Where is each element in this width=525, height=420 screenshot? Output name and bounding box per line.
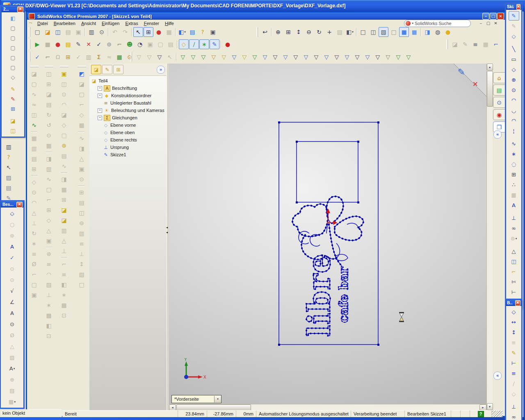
filter-axes-icon[interactable]: ▽ — [229, 52, 239, 62]
view-left-icon[interactable]: ▢ — [8, 43, 18, 52]
print-icon[interactable]: ▥ — [87, 27, 96, 37]
spell-check-icon[interactable]: ✓ — [7, 253, 18, 262]
perimeter-circle-icon[interactable]: ⊙ — [509, 85, 519, 95]
table-tool-3-icon[interactable]: ▤ — [29, 154, 39, 164]
tree-item-konstruktionsordner[interactable]: +◆Konstruktionsordner — [89, 92, 167, 99]
new-macro-icon[interactable]: ▤ — [63, 39, 73, 49]
menu-bearbeiten[interactable]: Bearbeiten — [51, 21, 78, 26]
three-point-arc-icon[interactable]: ◠ — [509, 116, 519, 126]
filter-center-marks-icon[interactable]: ▽ — [281, 52, 290, 62]
filter-surface-bodies-icon[interactable]: ▽ — [209, 52, 219, 62]
wireframe-icon[interactable]: □ — [358, 27, 368, 37]
left3-tool-13-icon[interactable]: △ — [59, 236, 69, 246]
left4-tool-8-icon[interactable]: △ — [77, 154, 87, 164]
filter-balloons-icon[interactable]: ▽ — [332, 52, 342, 62]
linear-sketch-pattern-icon[interactable]: ⊞ — [509, 170, 519, 179]
compass-icon[interactable]: ◔ — [135, 39, 145, 49]
views-palette-titlebar[interactable]: 2... ✕ — [2, 6, 24, 12]
left4-tool-12-icon[interactable]: ▤ — [77, 198, 87, 208]
open-document-icon[interactable]: ◪ — [43, 27, 52, 37]
extend-entities-icon[interactable]: ⊢ — [509, 288, 519, 297]
filter-surface-finish-icon[interactable]: ▽ — [373, 52, 383, 62]
find-1-icon[interactable]: ⊙ — [7, 264, 18, 274]
taskpane-solidworks-forum-icon[interactable]: ◉ — [493, 109, 505, 120]
shadeless-icon[interactable]: □ — [389, 27, 399, 37]
section-view-icon[interactable]: ◨ — [422, 27, 432, 37]
splitter-arrow-icon[interactable]: ◂ — [166, 226, 168, 229]
tree-item-teil4[interactable]: ◪Teil4 — [89, 77, 167, 84]
chamfer-dimension-icon[interactable]: ∕ — [509, 379, 519, 388]
left2-tool-26-icon[interactable]: ⊡ — [44, 331, 54, 341]
close-icon[interactable]: ✕ — [516, 4, 520, 10]
left4-tool-20-icon[interactable]: □ — [77, 280, 87, 290]
shaded-icon[interactable]: ■ — [409, 27, 419, 37]
dimensions-palette-titlebar[interactable]: B... ✕ — [506, 300, 521, 306]
viewer-print-icon[interactable]: ▥ — [4, 142, 14, 152]
left1-tool-3-icon[interactable]: ◠ — [29, 198, 39, 208]
box-select-icon[interactable]: ⊞ — [144, 27, 153, 37]
left3-tool-3-icon[interactable]: ◠ — [59, 100, 69, 110]
filter-faces-icon[interactable]: ▽ — [199, 52, 208, 62]
zoom-in-out-icon[interactable]: ↕ — [294, 27, 304, 37]
check-entity-icon[interactable]: ✓ — [73, 52, 83, 62]
scroll-right-icon[interactable]: ► — [479, 404, 486, 410]
filter-centerlines-icon[interactable]: ▽ — [291, 52, 301, 62]
filter-datums-icon[interactable]: ▽ — [342, 52, 352, 62]
left3-tool-10-icon[interactable]: ▦ — [59, 185, 69, 194]
left2-tool-8-icon[interactable]: ▦ — [44, 141, 54, 151]
annotations-palette-titlebar[interactable]: Bes... ✕ — [1, 201, 23, 208]
appearance-icon[interactable]: ◧▾ — [177, 27, 187, 37]
equations-icon[interactable]: Σ — [94, 52, 104, 62]
window-close-icon[interactable]: ✕ — [497, 13, 504, 20]
sketch-canvas[interactable]: libre libre cafe bar cafe bar — [169, 64, 486, 410]
left4-tool-2-icon[interactable]: ▢ — [77, 89, 87, 99]
left2-tool-3-icon[interactable]: ◪ — [44, 89, 54, 99]
left3-tool-5-icon[interactable]: ◇ — [59, 120, 69, 130]
configurationmanager-tab-icon[interactable]: ⊞ — [113, 65, 123, 74]
check-sketch-icon[interactable]: ✓ — [94, 39, 104, 49]
left3-tool-19-icon[interactable]: ▩ — [59, 300, 69, 310]
circular-sketch-pattern-icon[interactable]: ∴ — [509, 180, 519, 189]
left1-tool-5-icon[interactable]: ⊥ — [29, 218, 39, 228]
taskpane-design-library-icon[interactable]: ▤ — [493, 84, 505, 96]
statistics-icon[interactable]: ▥ — [84, 52, 94, 62]
left4-tool-11-icon[interactable]: ⊞ — [77, 187, 87, 197]
sketch-palette-titlebar[interactable]: Skiz... ✕ — [506, 4, 521, 10]
filter-cosmetic-threads-icon[interactable]: ▽ — [383, 52, 393, 62]
revision-symbol-icon[interactable]: △ — [7, 342, 18, 351]
rotate-view-icon[interactable]: ↻ — [314, 27, 324, 37]
sketch-text[interactable]: libre libre cafe bar cafe bar — [301, 253, 351, 337]
run-macro-icon[interactable]: ▶ — [32, 39, 42, 49]
filter-weld-symbols-icon[interactable]: ▽ — [352, 52, 362, 62]
tree-item-unlegierter-baustahl[interactable]: ≡Unlegierter Baustahl — [89, 99, 167, 107]
deviation-analysis-icon[interactable]: ≈ — [104, 52, 114, 62]
taskpane-resources-icon[interactable]: ⌂ — [493, 72, 505, 83]
move-entities-icon[interactable]: ⊞ — [8, 104, 18, 114]
search-input[interactable]: SolidWorks Suche — [415, 21, 467, 26]
filter-dimensions-icon[interactable]: ▽ — [301, 52, 311, 62]
make-assembly-icon[interactable]: ▣ — [73, 27, 83, 37]
left2-tool-15-icon[interactable]: ◇ — [44, 215, 54, 225]
view-right-icon[interactable]: ▢ — [8, 53, 18, 62]
3d-sketch-icon[interactable]: ✎ — [509, 21, 519, 31]
menu-einfgen[interactable]: Einfügen — [99, 21, 122, 26]
left4-tool-14-icon[interactable]: ⊚ — [77, 218, 87, 228]
left2-tool-24-icon[interactable]: ▩ — [44, 310, 54, 320]
left4-tool-7-icon[interactable]: ◨ — [77, 144, 87, 153]
measure-icon[interactable]: ⌐ — [43, 52, 52, 62]
rebuild-icon[interactable]: ● — [154, 27, 164, 37]
propertymanager-tab-icon[interactable]: ✎ — [102, 65, 112, 74]
left3-tool-1-icon[interactable]: ◫ — [59, 79, 69, 89]
weld-bead-icon[interactable]: ▤ — [7, 386, 18, 395]
annotation-text-icon[interactable]: A — [7, 242, 18, 251]
close-icon[interactable]: ✕ — [16, 202, 23, 208]
section-properties-icon[interactable]: ⊞ — [63, 52, 73, 62]
left2-tool-14-icon[interactable]: ⊞ — [44, 205, 54, 215]
annotation-options-icon[interactable]: A▾ — [7, 364, 18, 373]
centerline-display-icon[interactable]: ∕ — [189, 39, 199, 49]
sketch-text-icon[interactable]: A — [509, 201, 519, 210]
tree-item-ebene-vorne[interactable]: ◇Ebene vorne — [89, 121, 167, 129]
horizontal-ordinate-dimension-icon[interactable]: ⊢ — [509, 358, 519, 368]
left2-tool-9-icon[interactable]: ◨ — [44, 154, 54, 164]
search-caret-icon[interactable]: ▾ — [412, 22, 413, 25]
